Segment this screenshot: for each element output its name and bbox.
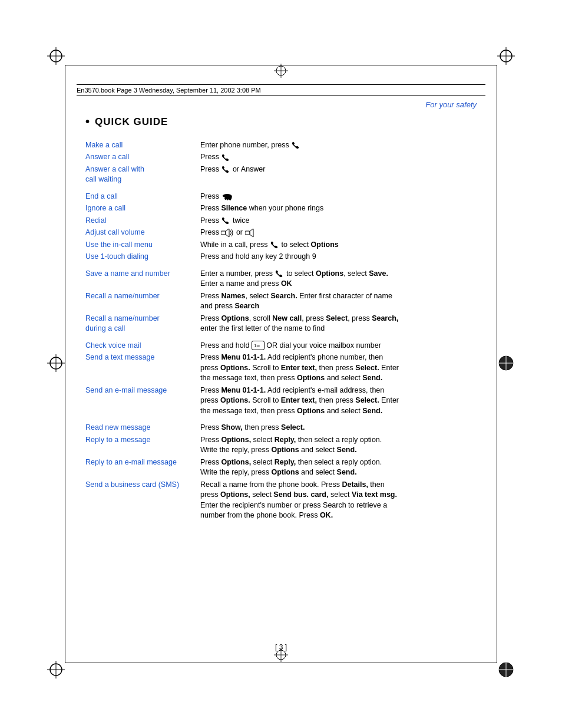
reg-mark-mid-right — [497, 354, 515, 374]
left-border-line — [65, 65, 65, 663]
row-recall-during-call: Recall a name/numberduring a call Press … — [85, 312, 485, 335]
row-check-voicemail: Check voice mail Press and hold 1∞ OR di… — [85, 340, 485, 352]
voicemail-key-icon: 1∞ — [252, 341, 265, 350]
row-reply-message: Reply to a message Press Options, select… — [85, 434, 485, 456]
reg-mark-bottom-left — [47, 661, 65, 681]
call-icon-6 — [275, 269, 283, 278]
desc-ignore-call: Press Silence when your phone rings — [200, 203, 485, 215]
label-incall-menu: Use the in-call menu — [85, 239, 200, 251]
page-number: [ 3 ] — [275, 643, 287, 651]
label-make-a-call: Make a call — [85, 139, 200, 151]
safety-note: For your safety — [425, 100, 477, 109]
svg-rect-24 — [221, 231, 226, 235]
row-end-call: End a call Press — [85, 190, 485, 203]
row-adjust-volume: Adjust call volume Press or — [85, 227, 485, 239]
label-read-message: Read new message — [85, 422, 200, 434]
spacer-2 — [85, 263, 485, 268]
desc-incall-menu: While in a call, press to select Options — [200, 239, 485, 251]
row-answer-a-call: Answer a call Press — [85, 151, 485, 164]
desc-answer-a-call: Press — [200, 151, 485, 164]
svg-marker-25 — [226, 229, 229, 237]
label-send-text: Send a text message — [85, 352, 200, 385]
main-content: • QUICK GUIDE Make a call Enter phone nu… — [85, 115, 485, 522]
row-send-text: Send a text message Press Menu 01-1-1. A… — [85, 352, 485, 385]
svg-text:1∞: 1∞ — [254, 343, 260, 348]
label-recall-during-call: Recall a name/numberduring a call — [85, 312, 200, 335]
row-make-a-call: Make a call Enter phone number, press — [85, 139, 485, 151]
call-icon-2 — [222, 153, 230, 162]
section-title: • QUICK GUIDE — [85, 115, 485, 129]
call-icon — [292, 141, 300, 149]
row-reply-email: Reply to an e-mail message Press Options… — [85, 456, 485, 479]
volume-down-icon — [245, 228, 258, 238]
reg-mark-top-center — [274, 64, 288, 80]
call-icon-3 — [222, 165, 230, 173]
desc-answer-call-waiting: Press or Answer — [200, 163, 485, 186]
reg-mark-top-left — [47, 47, 65, 67]
label-adjust-volume: Adjust call volume — [85, 227, 200, 239]
spacer-1 — [85, 186, 485, 190]
reg-mark-bottom-right — [497, 661, 515, 681]
desc-check-voicemail: Press and hold 1∞ OR dial your voice mai… — [200, 340, 485, 352]
title-bullet: • — [85, 115, 90, 129]
svg-rect-26 — [245, 231, 250, 235]
row-ignore-call: Ignore a call Press Silence when your ph… — [85, 203, 485, 215]
row-send-biz-card: Send a business card (SMS) Recall a name… — [85, 479, 485, 522]
desc-end-call: Press — [200, 190, 485, 203]
spacer-3 — [85, 335, 485, 340]
row-recall-name: Recall a name/number Press Names, select… — [85, 290, 485, 312]
label-send-biz-card: Send a business card (SMS) — [85, 479, 200, 522]
desc-1touch-dialing: Press and hold any key 2 through 9 — [200, 251, 485, 263]
desc-reply-message: Press Options, select Reply, then select… — [200, 434, 485, 456]
desc-adjust-volume: Press or — [200, 227, 485, 239]
label-reply-email: Reply to an e-mail message — [85, 456, 200, 479]
desc-send-biz-card: Recall a name from the phone book. Press… — [200, 479, 485, 522]
label-answer-call-waiting: Answer a call withcall waiting — [85, 163, 200, 186]
volume-up-icon — [221, 228, 234, 238]
label-answer-a-call: Answer a call — [85, 151, 200, 164]
desc-recall-name: Press Names, select Search. Enter first … — [200, 290, 485, 312]
row-1touch-dialing: Use 1-touch dialing Press and hold any k… — [85, 251, 485, 263]
label-1touch-dialing: Use 1-touch dialing — [85, 251, 200, 263]
label-recall-name: Recall a name/number — [85, 290, 200, 312]
row-send-email: Send an e-mail message Press Menu 01-1-1… — [85, 384, 485, 417]
desc-redial: Press twice — [200, 215, 485, 227]
row-redial: Redial Press twice — [85, 215, 485, 227]
label-ignore-call: Ignore a call — [85, 203, 200, 215]
file-header: En3570.book Page 3 Wednesday, September … — [77, 84, 485, 96]
label-reply-message: Reply to a message — [85, 434, 200, 456]
spacer-4 — [85, 417, 485, 422]
reg-mark-top-right — [497, 47, 515, 67]
label-save-name-number: Save a name and number — [85, 268, 200, 290]
row-answer-call-waiting: Answer a call withcall waiting Press or … — [85, 163, 485, 186]
title-text: QUICK GUIDE — [95, 116, 168, 128]
row-incall-menu: Use the in-call menu While in a call, pr… — [85, 239, 485, 251]
label-check-voicemail: Check voice mail — [85, 340, 200, 352]
desc-send-text: Press Menu 01-1-1. Add recipient's phone… — [200, 352, 485, 385]
desc-reply-email: Press Options, select Reply, then select… — [200, 456, 485, 479]
label-send-email: Send an e-mail message — [85, 384, 200, 417]
svg-marker-27 — [250, 229, 253, 237]
desc-read-message: Press Show, then press Select. — [200, 422, 485, 434]
reg-mark-mid-left — [47, 354, 65, 374]
guide-table: Make a call Enter phone number, press An… — [85, 139, 485, 522]
desc-save-name-number: Enter a number, press to select Options,… — [200, 268, 485, 290]
end-call-icon — [222, 192, 232, 200]
row-save-name-number: Save a name and number Enter a number, p… — [85, 268, 485, 290]
label-end-call: End a call — [85, 190, 200, 203]
call-icon-5 — [270, 241, 279, 249]
desc-recall-during-call: Press Options, scroll New call, press Se… — [200, 312, 485, 335]
label-redial: Redial — [85, 215, 200, 227]
desc-make-a-call: Enter phone number, press — [200, 139, 485, 151]
call-icon-4 — [222, 216, 230, 225]
right-border-line — [497, 65, 497, 663]
desc-send-email: Press Menu 01-1-1. Add recipient's e-mai… — [200, 384, 485, 417]
row-read-message: Read new message Press Show, then press … — [85, 422, 485, 434]
